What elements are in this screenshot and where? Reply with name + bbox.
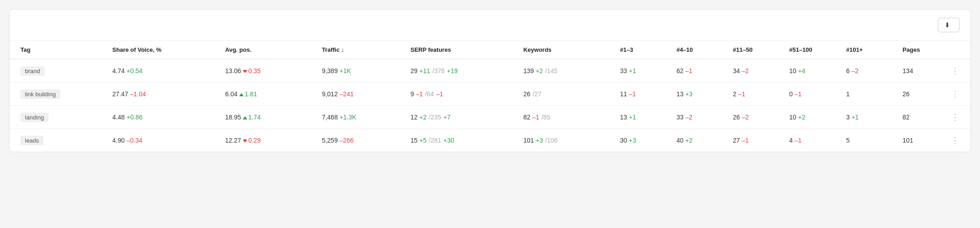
cell-rank-3: 34 –2: [728, 59, 784, 83]
serp-change: +5: [419, 137, 426, 144]
arrow-down-icon: [243, 139, 247, 143]
cell-avg: 12.27 0.29: [220, 129, 317, 152]
rank-change: –1: [685, 67, 692, 74]
cell-traffic: 7,468 +1.3K: [317, 106, 406, 129]
kw-slash: /106: [545, 137, 558, 144]
share-change: +0.86: [127, 114, 142, 121]
serp-slash: /281: [429, 137, 441, 144]
export-icon: ⬇: [945, 21, 950, 29]
rank-change: –1: [629, 90, 636, 98]
col-traffic: Traffic ↓: [317, 41, 406, 59]
rank-change: +1: [629, 67, 636, 74]
cell-traffic: 9,389 +1K: [317, 59, 406, 83]
cell-rank-4: 10 +2: [785, 106, 842, 129]
kw-slash: /145: [545, 67, 558, 74]
serp-change: +2: [419, 114, 426, 121]
traffic-change: +1.3K: [339, 114, 356, 121]
traffic-change: +1K: [339, 67, 351, 74]
col-pages: Pages: [898, 41, 946, 59]
cell-rank-2: 62 –1: [672, 59, 728, 83]
serp-change: +11: [419, 67, 430, 74]
cell-share: 27.47 –1.04: [108, 83, 221, 106]
table-header-row: Tag Share of Voice, % Avg. pos. Traffic …: [10, 41, 970, 59]
traffic-change: –241: [339, 90, 353, 98]
cell-keywords: 139 +2 /145: [519, 59, 615, 83]
cell-traffic: 5,259 –266: [317, 129, 406, 152]
col-share: Share of Voice, %: [108, 41, 221, 59]
share-change: +0.54: [127, 67, 142, 74]
arrow-down-icon: [243, 70, 247, 73]
kw-slash: /85: [541, 114, 550, 121]
cell-rank-1: 33 +1: [616, 59, 672, 83]
serp-slash-change: +19: [447, 67, 458, 74]
kw-change: –1: [532, 114, 539, 121]
tags-table: Tag Share of Voice, % Avg. pos. Traffic …: [10, 41, 970, 152]
cell-rank-3: 2 –1: [728, 83, 784, 106]
col-tag: Tag: [10, 41, 108, 59]
share-change: –0.34: [127, 137, 142, 144]
more-icon[interactable]: ⋮: [951, 89, 960, 99]
cell-rank-4: 4 –1: [785, 129, 842, 152]
col-avg: Avg. pos.: [220, 41, 317, 59]
cell-rank-2: 40 +2: [672, 129, 728, 152]
table-row: landing4.48 +0.8618.95 1.747,468 +1.3K12…: [10, 106, 970, 129]
rank-change: +3: [685, 90, 692, 98]
more-icon[interactable]: ⋮: [951, 113, 960, 122]
rank-change: –1: [738, 90, 745, 98]
avg-change: 1.74: [248, 114, 260, 121]
cell-rank-5: 6 –2: [842, 59, 898, 83]
col-serp: SERP features: [406, 41, 519, 59]
avg-change: 0.29: [248, 137, 260, 144]
serp-slash-change: +7: [443, 114, 451, 121]
more-icon[interactable]: ⋮: [951, 136, 960, 145]
cell-pages: 101: [898, 129, 946, 152]
cell-pages: 26: [898, 83, 946, 106]
serp-slash: /235: [429, 114, 441, 121]
rank-change: +2: [798, 114, 805, 121]
table-row: brand4.74 +0.5413.06 0.359,389 +1K29 +11…: [10, 59, 970, 83]
cell-rank-3: 26 –2: [728, 106, 784, 129]
serp-slash-change: –1: [436, 90, 443, 98]
cell-rank-1: 30 +3: [616, 129, 672, 152]
cell-rank-4: 0 –1: [785, 83, 842, 106]
cell-share: 4.48 +0.86: [108, 106, 221, 129]
col-keywords: Keywords: [519, 41, 615, 59]
rank-change: +4: [798, 67, 805, 74]
traffic-change: –266: [339, 137, 353, 144]
arrow-up-icon: [243, 116, 247, 119]
avg-change: 0.35: [248, 67, 260, 74]
cell-rank-1: 11 –1: [616, 83, 672, 106]
rank-change: –1: [794, 90, 802, 98]
cell-tag: link building: [10, 83, 108, 106]
cell-rank-2: 13 +3: [672, 83, 728, 106]
col-more: [946, 41, 970, 59]
cell-tag: brand: [10, 59, 108, 83]
tag-badge: landing: [20, 113, 49, 122]
cell-keywords: 26 /27: [519, 83, 615, 106]
cell-more[interactable]: ⋮: [946, 106, 970, 129]
cell-rank-2: 33 –2: [672, 106, 728, 129]
share-change: –1.04: [130, 90, 146, 98]
cell-rank-3: 27 –1: [728, 129, 784, 152]
cell-rank-5: 5: [842, 129, 898, 152]
tag-badge: link building: [20, 89, 60, 99]
export-button[interactable]: ⬇: [938, 18, 960, 32]
cell-serp: 9 –1 /64 –1: [406, 83, 519, 106]
table-row: leads4.90 –0.3412.27 0.295,259 –26615 +5…: [10, 129, 970, 152]
rank-change: –1: [742, 137, 749, 144]
table-header: ⬇: [10, 10, 970, 41]
cell-tag: landing: [10, 106, 108, 129]
cell-rank-4: 10 +4: [785, 59, 842, 83]
kw-change: +2: [536, 67, 543, 74]
cell-more[interactable]: ⋮: [946, 129, 970, 152]
more-icon[interactable]: ⋮: [951, 66, 960, 75]
rank-change: –2: [742, 67, 749, 74]
rank-change: –2: [742, 114, 749, 121]
cell-more[interactable]: ⋮: [946, 83, 970, 106]
tag-badge: leads: [20, 136, 44, 145]
cell-keywords: 82 –1 /85: [519, 106, 615, 129]
cell-more[interactable]: ⋮: [946, 59, 970, 83]
col-rank2: #4–10: [672, 41, 728, 59]
cell-serp: 12 +2 /235 +7: [406, 106, 519, 129]
kw-slash: /27: [533, 90, 541, 98]
